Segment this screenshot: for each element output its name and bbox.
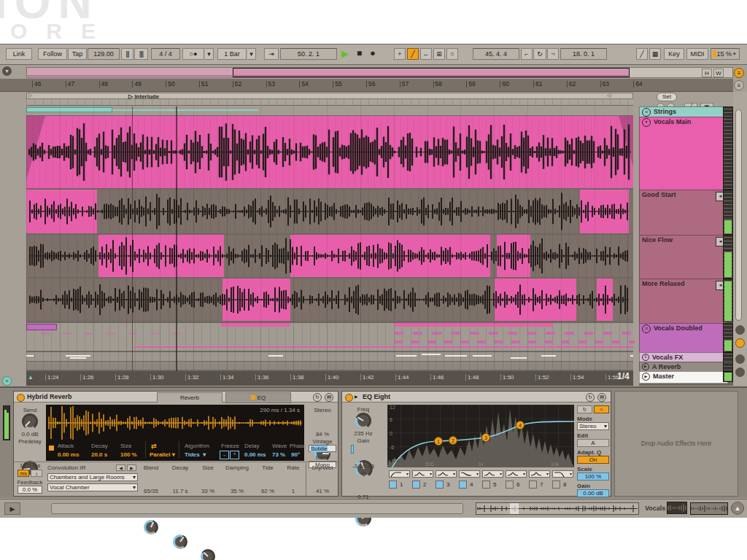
bar-number[interactable]: 53 bbox=[266, 81, 275, 88]
mode-select[interactable]: Stereo▾ bbox=[577, 422, 609, 430]
phase-value[interactable]: 90° bbox=[291, 451, 300, 458]
time-label[interactable]: 1:32 bbox=[185, 374, 199, 381]
routing-mode[interactable]: Parallel ▾ bbox=[150, 451, 175, 458]
freeze-in-button[interactable]: → bbox=[220, 451, 229, 459]
drop-audio-effects-zone[interactable]: Drop Audio Effects Here bbox=[614, 391, 738, 497]
filter-type-select[interactable]: ▾ bbox=[436, 470, 457, 478]
bar-number[interactable]: 61 bbox=[533, 81, 542, 88]
loop-start-field[interactable]: 45. 4. 4 bbox=[473, 48, 519, 60]
bar-number[interactable]: 52 bbox=[233, 81, 241, 88]
attack-value[interactable]: 0.00 ms bbox=[58, 451, 79, 458]
track-header-vocals-main[interactable]: ▼ Vocals Main bbox=[639, 117, 728, 191]
a-reverb-lane[interactable] bbox=[26, 362, 633, 370]
ir-file-select[interactable]: Vocal Chamber▾ bbox=[47, 483, 138, 491]
eq-point-number[interactable]: 1 bbox=[437, 439, 440, 444]
band-enable-checkbox[interactable] bbox=[529, 481, 537, 489]
bar-number[interactable]: 56 bbox=[366, 81, 375, 88]
band-enable-checkbox[interactable] bbox=[412, 481, 420, 489]
blend-knob[interactable] bbox=[144, 520, 158, 534]
midi-map-button[interactable]: MIDI bbox=[686, 48, 708, 60]
show-hide-panel-icon[interactable]: ▲ bbox=[731, 502, 744, 515]
loop-start-marker-icon[interactable]: ▷ bbox=[28, 93, 32, 98]
loop-length-field[interactable]: 18. 0. 1 bbox=[560, 48, 607, 60]
band-enable-checkbox[interactable] bbox=[506, 481, 514, 489]
loop-button[interactable]: ↻ bbox=[533, 48, 546, 60]
edit-ab-button[interactable]: A bbox=[577, 439, 609, 447]
ms-mode-button[interactable]: ms bbox=[18, 470, 29, 477]
spectrum-toggle-icon[interactable]: ↻ bbox=[577, 405, 592, 413]
adapt-q-button[interactable]: On bbox=[577, 456, 609, 464]
clip-overview-handle[interactable] bbox=[510, 503, 519, 514]
ir-category-select[interactable]: Chambers and Large Rooms▾ bbox=[47, 473, 138, 481]
tab-reverb[interactable]: Reverb bbox=[157, 392, 222, 402]
send-knob[interactable] bbox=[22, 413, 38, 429]
record-button[interactable]: ● bbox=[370, 47, 382, 59]
save-preset-icon[interactable]: ▤ bbox=[597, 393, 606, 402]
filter-type-select[interactable]: ▾ bbox=[459, 470, 480, 478]
automation-line[interactable] bbox=[133, 346, 633, 348]
bar-number[interactable]: 62 bbox=[567, 81, 576, 88]
time-signature-field[interactable]: 4 / 4 bbox=[151, 48, 180, 60]
draw-mode-button[interactable]: ╱ bbox=[407, 48, 419, 60]
time-label[interactable]: 1:38 bbox=[290, 374, 304, 381]
good-start-lane[interactable] bbox=[26, 190, 633, 233]
filter-type-select[interactable]: ▾ bbox=[552, 470, 573, 478]
eq-point-number[interactable]: 3 bbox=[484, 435, 487, 440]
vocals-fx-lane[interactable] bbox=[26, 352, 633, 361]
feedback-field[interactable]: 0.0 % bbox=[18, 486, 42, 494]
band-enable-checkbox[interactable] bbox=[436, 481, 444, 489]
strings-clip[interactable] bbox=[26, 107, 112, 112]
track-header-vocals-doubled[interactable]: ≡ Vocals Doubled bbox=[639, 323, 728, 354]
vintage-select[interactable]: Subtle bbox=[309, 445, 336, 452]
filter-type-select[interactable]: ▾ bbox=[506, 470, 527, 478]
decay-value[interactable]: 20.0 s bbox=[91, 451, 107, 458]
time-label[interactable]: 1:30 bbox=[150, 374, 164, 381]
filter-type-select[interactable]: ▾ bbox=[529, 470, 550, 478]
close-overview-icon[interactable]: ▼ bbox=[2, 66, 12, 76]
back-to-arrangement-button[interactable]: ← bbox=[420, 48, 432, 60]
size-value[interactable]: 100 % bbox=[120, 451, 137, 458]
wave-value[interactable]: 73 % bbox=[272, 451, 285, 458]
bar-number[interactable]: 47 bbox=[66, 81, 74, 88]
expand-device-icon[interactable]: ▶ bbox=[355, 394, 358, 399]
analyze-toggle-icon[interactable]: ≈ bbox=[594, 405, 609, 413]
bar-number[interactable]: 48 bbox=[99, 81, 108, 88]
band-enable-checkbox[interactable] bbox=[389, 481, 397, 489]
more-relaxed-lane[interactable] bbox=[26, 279, 633, 321]
stop-button[interactable]: ■ bbox=[357, 48, 368, 60]
time-label[interactable]: 1:50 bbox=[500, 374, 514, 381]
time-label[interactable]: 1:34 bbox=[220, 374, 234, 381]
device-activator[interactable] bbox=[345, 394, 353, 402]
bar-number[interactable]: 59 bbox=[466, 81, 475, 88]
quantize-menu[interactable]: 1 Bar bbox=[217, 48, 247, 60]
time-label[interactable]: 1:46 bbox=[430, 374, 444, 381]
scrub-area[interactable]: ▷ ◁ bbox=[26, 93, 633, 99]
hot-swap-icon[interactable]: ↻ bbox=[586, 393, 595, 402]
strings-lane[interactable] bbox=[26, 106, 633, 115]
filter-type-select[interactable]: ▾ bbox=[412, 470, 433, 478]
add-locator-button[interactable]: + bbox=[394, 48, 406, 60]
solo-icon[interactable] bbox=[735, 354, 745, 364]
band-enable-checkbox[interactable] bbox=[552, 481, 560, 489]
bar-number[interactable]: 50 bbox=[166, 81, 174, 88]
beat-time-ruler[interactable]: 46474849505152535455565758596061626364 bbox=[0, 79, 733, 92]
device-activator[interactable] bbox=[17, 394, 25, 402]
eq-point-number[interactable]: 2 bbox=[452, 438, 454, 443]
tempo-field[interactable]: 129.00 bbox=[88, 48, 120, 60]
punch-in-button[interactable]: ⌐ bbox=[521, 48, 533, 60]
bar-number[interactable]: 51 bbox=[199, 81, 208, 88]
locator-lane[interactable] bbox=[26, 99, 633, 106]
eq-graph[interactable]: 1 2 3 4 12 6 0 -6 -12 500 1k 10k bbox=[387, 405, 574, 467]
bar-number[interactable]: 64 bbox=[633, 81, 642, 88]
follow-button[interactable]: Follow bbox=[38, 48, 67, 60]
overview-menu-icon[interactable]: ≡ bbox=[734, 68, 744, 78]
bar-number[interactable]: 58 bbox=[433, 81, 442, 88]
loop-end-marker-icon[interactable]: ◁ bbox=[607, 93, 611, 98]
arrangement-position-field[interactable]: 50. 2. 1 bbox=[280, 48, 337, 60]
band-enable-checkbox[interactable] bbox=[482, 481, 490, 489]
quantize-menu-arrow[interactable]: ▾ bbox=[247, 48, 256, 60]
output-gain-field[interactable]: 0.00 dB bbox=[577, 489, 609, 497]
vertical-scrollbar[interactable] bbox=[735, 109, 742, 321]
ruler-options-icon[interactable]: ≡ bbox=[734, 80, 744, 90]
loop-switch-button[interactable]: ○ bbox=[446, 48, 458, 60]
